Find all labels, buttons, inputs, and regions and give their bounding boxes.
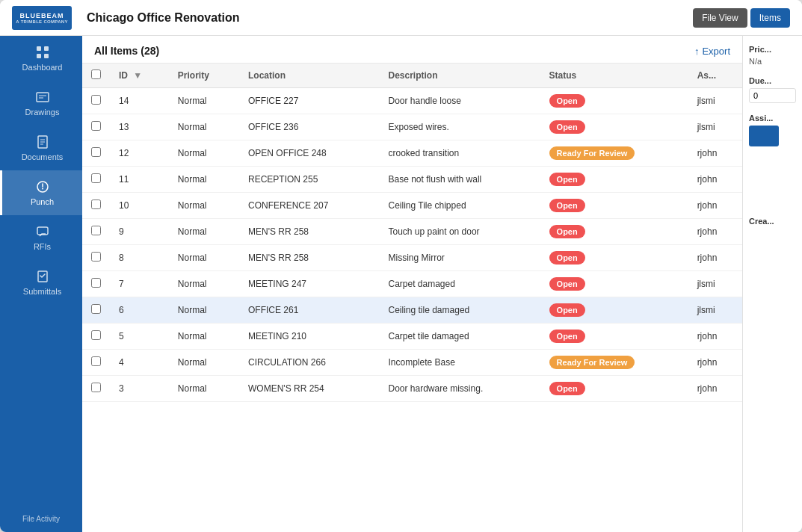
row-description: Ceiling Tile chipped: [380, 193, 540, 219]
row-checkbox-cell: [82, 324, 110, 350]
row-checkbox-cell: [82, 114, 110, 140]
sidebar-item-documents[interactable]: Documents: [0, 126, 82, 170]
grid-icon: [35, 45, 50, 60]
drawings-icon: [35, 90, 50, 105]
table-row[interactable]: 4 Normal CIRCULATION 266 Incomplete Base…: [82, 350, 742, 376]
row-location: MEETING 210: [239, 324, 379, 350]
assigned-picker[interactable]: [749, 126, 779, 146]
table-row[interactable]: 13 Normal OFFICE 236 Exposed wires. Open…: [82, 114, 742, 140]
table-row[interactable]: 7 Normal MEETING 247 Carpet damaged Open…: [82, 271, 742, 297]
table-row[interactable]: 11 Normal RECEPTION 255 Base not flush w…: [82, 167, 742, 193]
file-activity-button[interactable]: File Activity: [0, 506, 82, 532]
table-row[interactable]: 6 Normal OFFICE 261 Ceiling tile damaged…: [82, 297, 742, 324]
row-assigned: jlsmi: [688, 297, 742, 324]
header-description: Description: [380, 64, 540, 88]
row-priority: Normal: [169, 193, 239, 219]
row-status: Open: [540, 193, 688, 219]
table-row[interactable]: 9 Normal MEN'S RR 258 Touch up paint on …: [82, 219, 742, 245]
status-badge: Open: [549, 225, 585, 238]
table-row[interactable]: 12 Normal OPEN OFFICE 248 crooked transi…: [82, 140, 742, 167]
row-description: Exposed wires.: [380, 114, 540, 140]
row-checkbox[interactable]: [91, 330, 101, 340]
created-label: Crea...: [749, 217, 796, 226]
row-status: Open: [540, 297, 688, 324]
row-location: OFFICE 261: [239, 297, 379, 324]
row-checkbox[interactable]: [91, 226, 101, 235]
row-priority: Normal: [169, 88, 239, 114]
row-status: Open: [540, 88, 688, 114]
row-checkbox[interactable]: [91, 147, 101, 157]
status-badge: Open: [549, 120, 585, 134]
row-assigned: rjohn: [688, 376, 742, 402]
row-checkbox[interactable]: [91, 356, 101, 366]
header-assigned: As...: [688, 64, 742, 88]
sidebar-item-punch[interactable]: Punch: [0, 170, 82, 215]
sidebar: Dashboard Drawings: [0, 36, 82, 532]
svg-rect-2: [37, 54, 41, 58]
due-input[interactable]: [749, 88, 796, 103]
export-icon: ↑: [694, 46, 700, 57]
status-badge: Open: [549, 173, 585, 186]
table-row[interactable]: 8 Normal MEN'S RR 258 Missing Mirror Ope…: [82, 245, 742, 271]
svg-rect-1: [44, 46, 49, 51]
sidebar-item-drawings[interactable]: Drawings: [0, 81, 82, 126]
due-section: Due...: [749, 76, 796, 103]
row-id: 4: [110, 350, 169, 376]
table-container[interactable]: ID ▼ Priority Location Description Statu…: [82, 64, 742, 532]
row-description: Door hardware missing.: [380, 376, 540, 402]
sidebar-item-documents-label: Documents: [22, 152, 64, 161]
row-checkbox[interactable]: [91, 95, 101, 105]
header-id[interactable]: ID ▼: [110, 64, 169, 88]
svg-point-13: [42, 188, 43, 190]
row-priority: Normal: [169, 297, 239, 324]
row-checkbox-cell: [82, 271, 110, 297]
sidebar-item-submittals-label: Submittals: [23, 287, 61, 296]
row-checkbox[interactable]: [91, 173, 101, 183]
row-description: Missing Mirror: [380, 245, 540, 271]
row-id: 8: [110, 245, 169, 271]
row-description: Carpet damaged: [380, 271, 540, 297]
items-button[interactable]: Items: [750, 8, 790, 28]
sidebar-item-dashboard[interactable]: Dashboard: [0, 36, 82, 81]
row-checkbox[interactable]: [91, 278, 101, 288]
row-checkbox[interactable]: [91, 200, 101, 209]
bluebeam-logo: BLUEBEAM A TRIMBLE COMPANY: [12, 6, 72, 30]
table-row[interactable]: 5 Normal MEETING 210 Carpet tile damaged…: [82, 324, 742, 350]
row-description: crooked transition: [380, 140, 540, 167]
row-description: Ceiling tile damaged: [380, 297, 540, 324]
sidebar-item-rfis[interactable]: RFIs: [0, 215, 82, 260]
row-id: 12: [110, 140, 169, 167]
row-assigned: jlsmi: [688, 271, 742, 297]
row-checkbox-cell: [82, 245, 110, 271]
table-row[interactable]: 10 Normal CONFERENCE 207 Ceiling Tile ch…: [82, 193, 742, 219]
assigned-section: Assi...: [749, 114, 796, 146]
row-location: RECEPTION 255: [239, 167, 379, 193]
row-assigned: rjohn: [688, 350, 742, 376]
export-button[interactable]: ↑ Export: [694, 46, 730, 57]
punch-icon: [35, 179, 50, 194]
sidebar-item-submittals[interactable]: Submittals: [0, 260, 82, 305]
row-id: 11: [110, 167, 169, 193]
row-status: Open: [540, 167, 688, 193]
row-checkbox[interactable]: [91, 252, 101, 262]
row-checkbox[interactable]: [91, 383, 101, 392]
row-location: OFFICE 236: [239, 114, 379, 140]
row-description: Base not flush with wall: [380, 167, 540, 193]
status-badge: Open: [549, 382, 585, 395]
sidebar-item-rfis-label: RFIs: [34, 242, 51, 251]
table-row[interactable]: 3 Normal WOMEN'S RR 254 Door hardware mi…: [82, 376, 742, 402]
right-panel: Pric... N/a Due... Assi... Crea...: [742, 36, 802, 532]
row-assigned: rjohn: [688, 193, 742, 219]
row-priority: Normal: [169, 350, 239, 376]
row-status: Ready For Review: [540, 140, 688, 167]
table-row[interactable]: 14 Normal OFFICE 227 Door handle loose O…: [82, 88, 742, 114]
status-badge: Open: [549, 303, 585, 317]
row-description: Touch up paint on door: [380, 219, 540, 245]
select-all-checkbox[interactable]: [91, 69, 101, 79]
header-location: Location: [239, 64, 379, 88]
row-checkbox[interactable]: [91, 121, 101, 131]
file-view-button[interactable]: File View: [693, 8, 747, 28]
row-priority: Normal: [169, 219, 239, 245]
created-section: Crea...: [749, 217, 796, 226]
row-checkbox[interactable]: [91, 304, 101, 314]
